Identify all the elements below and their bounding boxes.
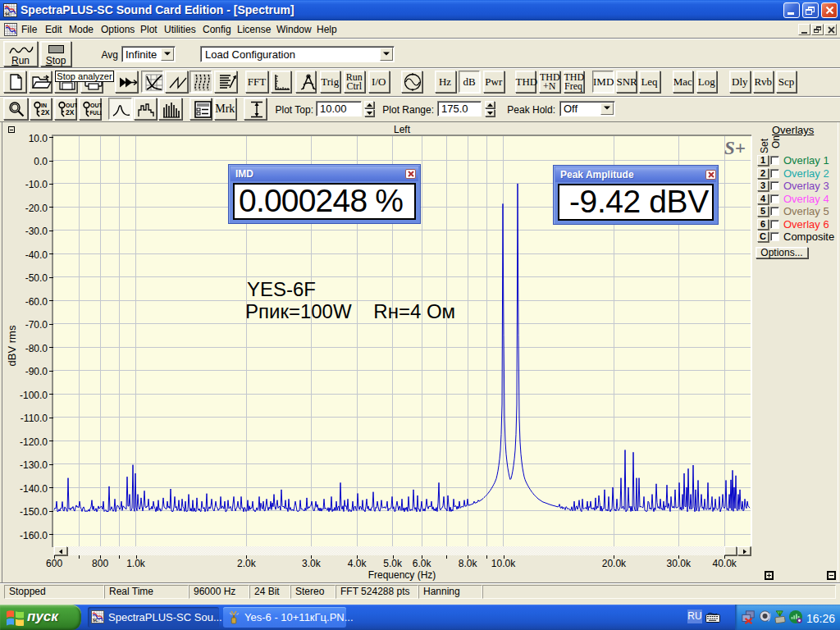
svg-text:SC: SC [93,618,98,623]
